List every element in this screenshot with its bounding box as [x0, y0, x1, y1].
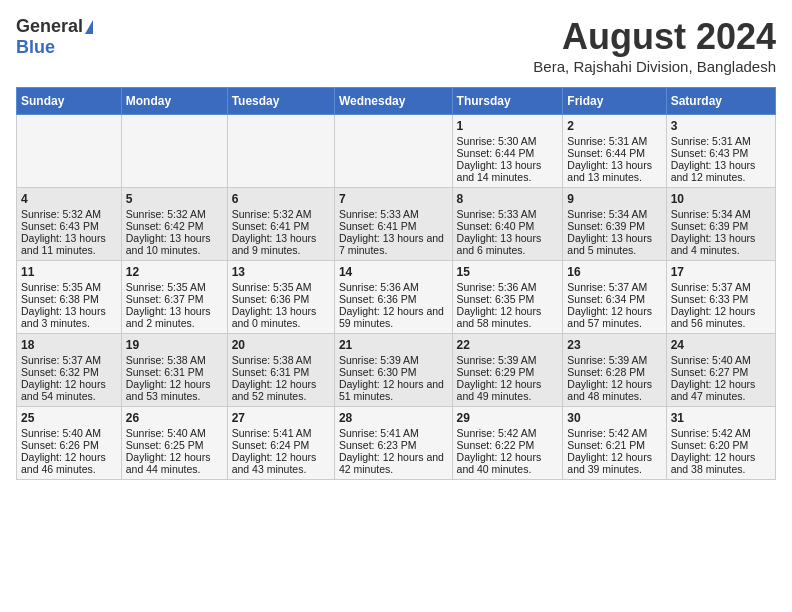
cell-info: Sunrise: 5:35 AM	[21, 281, 117, 293]
cell-info: Sunrise: 5:31 AM	[567, 135, 661, 147]
cell-info: Sunset: 6:40 PM	[457, 220, 559, 232]
cell-info: Sunrise: 5:38 AM	[126, 354, 223, 366]
cell-info: Daylight: 12 hours and 46 minutes.	[21, 451, 117, 475]
cell-info: Sunset: 6:39 PM	[567, 220, 661, 232]
day-number: 28	[339, 411, 448, 425]
calendar-title: August 2024	[533, 16, 776, 58]
calendar-table: Sunday Monday Tuesday Wednesday Thursday…	[16, 87, 776, 480]
calendar-cell: 14Sunrise: 5:36 AMSunset: 6:36 PMDayligh…	[334, 261, 452, 334]
cell-info: Sunset: 6:42 PM	[126, 220, 223, 232]
cell-info: Daylight: 12 hours and 44 minutes.	[126, 451, 223, 475]
cell-info: Daylight: 13 hours and 3 minutes.	[21, 305, 117, 329]
calendar-cell: 25Sunrise: 5:40 AMSunset: 6:26 PMDayligh…	[17, 407, 122, 480]
calendar-cell: 9Sunrise: 5:34 AMSunset: 6:39 PMDaylight…	[563, 188, 666, 261]
cell-info: Sunset: 6:33 PM	[671, 293, 771, 305]
cell-info: Sunset: 6:44 PM	[457, 147, 559, 159]
cell-info: Sunrise: 5:34 AM	[567, 208, 661, 220]
cell-info: Sunset: 6:34 PM	[567, 293, 661, 305]
day-number: 11	[21, 265, 117, 279]
calendar-cell: 12Sunrise: 5:35 AMSunset: 6:37 PMDayligh…	[121, 261, 227, 334]
cell-info: Sunset: 6:31 PM	[126, 366, 223, 378]
cell-info: Sunset: 6:36 PM	[339, 293, 448, 305]
calendar-subtitle: Bera, Rajshahi Division, Bangladesh	[533, 58, 776, 75]
cell-info: Sunrise: 5:37 AM	[21, 354, 117, 366]
cell-info: Sunrise: 5:39 AM	[567, 354, 661, 366]
day-number: 4	[21, 192, 117, 206]
calendar-cell: 19Sunrise: 5:38 AMSunset: 6:31 PMDayligh…	[121, 334, 227, 407]
cell-info: Sunrise: 5:35 AM	[232, 281, 330, 293]
header-row: Sunday Monday Tuesday Wednesday Thursday…	[17, 88, 776, 115]
calendar-cell: 10Sunrise: 5:34 AMSunset: 6:39 PMDayligh…	[666, 188, 775, 261]
day-number: 17	[671, 265, 771, 279]
calendar-cell: 27Sunrise: 5:41 AMSunset: 6:24 PMDayligh…	[227, 407, 334, 480]
cell-info: Sunset: 6:29 PM	[457, 366, 559, 378]
cell-info: Daylight: 12 hours and 38 minutes.	[671, 451, 771, 475]
cell-info: Sunset: 6:38 PM	[21, 293, 117, 305]
cell-info: Daylight: 13 hours and 12 minutes.	[671, 159, 771, 183]
calendar-cell: 28Sunrise: 5:41 AMSunset: 6:23 PMDayligh…	[334, 407, 452, 480]
calendar-week-1: 1Sunrise: 5:30 AMSunset: 6:44 PMDaylight…	[17, 115, 776, 188]
cell-info: Sunset: 6:28 PM	[567, 366, 661, 378]
day-number: 12	[126, 265, 223, 279]
cell-info: Sunrise: 5:42 AM	[567, 427, 661, 439]
cell-info: Sunrise: 5:32 AM	[126, 208, 223, 220]
calendar-cell: 6Sunrise: 5:32 AMSunset: 6:41 PMDaylight…	[227, 188, 334, 261]
cell-info: Sunset: 6:26 PM	[21, 439, 117, 451]
day-number: 1	[457, 119, 559, 133]
calendar-cell: 1Sunrise: 5:30 AMSunset: 6:44 PMDaylight…	[452, 115, 563, 188]
cell-info: Sunset: 6:30 PM	[339, 366, 448, 378]
day-number: 3	[671, 119, 771, 133]
calendar-week-4: 18Sunrise: 5:37 AMSunset: 6:32 PMDayligh…	[17, 334, 776, 407]
cell-info: Sunrise: 5:42 AM	[457, 427, 559, 439]
cell-info: Sunset: 6:39 PM	[671, 220, 771, 232]
cell-info: Sunset: 6:37 PM	[126, 293, 223, 305]
cell-info: Sunrise: 5:40 AM	[21, 427, 117, 439]
cell-info: Daylight: 12 hours and 53 minutes.	[126, 378, 223, 402]
cell-info: Sunset: 6:43 PM	[671, 147, 771, 159]
cell-info: Sunset: 6:27 PM	[671, 366, 771, 378]
day-number: 5	[126, 192, 223, 206]
day-number: 8	[457, 192, 559, 206]
cell-info: Daylight: 13 hours and 2 minutes.	[126, 305, 223, 329]
calendar-cell: 23Sunrise: 5:39 AMSunset: 6:28 PMDayligh…	[563, 334, 666, 407]
col-friday: Friday	[563, 88, 666, 115]
cell-info: Daylight: 12 hours and 52 minutes.	[232, 378, 330, 402]
cell-info: Sunrise: 5:34 AM	[671, 208, 771, 220]
cell-info: Sunrise: 5:31 AM	[671, 135, 771, 147]
col-monday: Monday	[121, 88, 227, 115]
col-thursday: Thursday	[452, 88, 563, 115]
day-number: 29	[457, 411, 559, 425]
day-number: 2	[567, 119, 661, 133]
cell-info: Sunrise: 5:39 AM	[339, 354, 448, 366]
col-saturday: Saturday	[666, 88, 775, 115]
cell-info: Daylight: 12 hours and 47 minutes.	[671, 378, 771, 402]
cell-info: Sunrise: 5:36 AM	[457, 281, 559, 293]
cell-info: Daylight: 13 hours and 7 minutes.	[339, 232, 448, 256]
cell-info: Sunset: 6:24 PM	[232, 439, 330, 451]
calendar-cell: 18Sunrise: 5:37 AMSunset: 6:32 PMDayligh…	[17, 334, 122, 407]
cell-info: Daylight: 12 hours and 39 minutes.	[567, 451, 661, 475]
cell-info: Daylight: 13 hours and 11 minutes.	[21, 232, 117, 256]
calendar-week-2: 4Sunrise: 5:32 AMSunset: 6:43 PMDaylight…	[17, 188, 776, 261]
calendar-cell: 2Sunrise: 5:31 AMSunset: 6:44 PMDaylight…	[563, 115, 666, 188]
cell-info: Sunset: 6:21 PM	[567, 439, 661, 451]
cell-info: Sunrise: 5:41 AM	[232, 427, 330, 439]
cell-info: Daylight: 12 hours and 40 minutes.	[457, 451, 559, 475]
calendar-cell: 13Sunrise: 5:35 AMSunset: 6:36 PMDayligh…	[227, 261, 334, 334]
cell-info: Daylight: 13 hours and 13 minutes.	[567, 159, 661, 183]
calendar-cell: 11Sunrise: 5:35 AMSunset: 6:38 PMDayligh…	[17, 261, 122, 334]
cell-info: Sunset: 6:43 PM	[21, 220, 117, 232]
calendar-body: 1Sunrise: 5:30 AMSunset: 6:44 PMDaylight…	[17, 115, 776, 480]
calendar-cell: 8Sunrise: 5:33 AMSunset: 6:40 PMDaylight…	[452, 188, 563, 261]
col-sunday: Sunday	[17, 88, 122, 115]
calendar-cell	[17, 115, 122, 188]
calendar-cell	[227, 115, 334, 188]
day-number: 15	[457, 265, 559, 279]
cell-info: Sunset: 6:31 PM	[232, 366, 330, 378]
day-number: 27	[232, 411, 330, 425]
page-header: General Blue August 2024 Bera, Rajshahi …	[16, 16, 776, 75]
calendar-cell: 20Sunrise: 5:38 AMSunset: 6:31 PMDayligh…	[227, 334, 334, 407]
calendar-cell: 4Sunrise: 5:32 AMSunset: 6:43 PMDaylight…	[17, 188, 122, 261]
cell-info: Daylight: 13 hours and 6 minutes.	[457, 232, 559, 256]
day-number: 10	[671, 192, 771, 206]
